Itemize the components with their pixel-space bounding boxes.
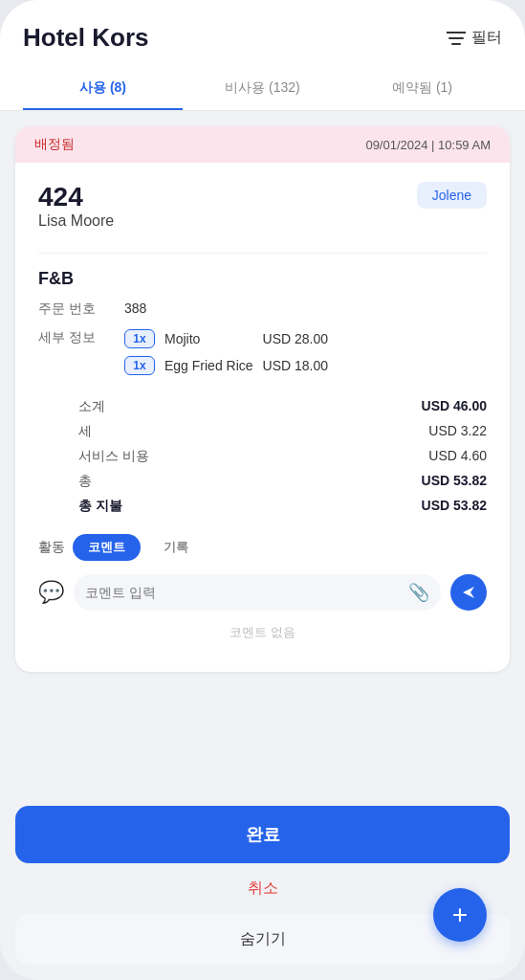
- activity-tab-history[interactable]: 기록: [148, 534, 204, 561]
- card-banner: 배정됨 09/01/2024 | 10:59 AM: [15, 126, 510, 163]
- list-item: 1x Mojito USD 28.00: [124, 329, 328, 348]
- grand-total-label: 총 지불: [38, 498, 122, 515]
- subtotal-label: 소계: [38, 398, 105, 415]
- tax-value: USD 3.22: [428, 423, 487, 440]
- comment-icon: 💬: [38, 580, 64, 605]
- filter-button[interactable]: 필터: [447, 28, 502, 48]
- service-value: USD 4.60: [428, 448, 487, 465]
- tab-used[interactable]: 사용 (8): [23, 68, 183, 110]
- total-row-subtotal: 소계 USD 46.00: [38, 394, 487, 419]
- order-number-value: 388: [124, 301, 146, 316]
- guest-name: Lisa Moore: [38, 212, 114, 230]
- app-title: Hotel Kors: [23, 23, 148, 53]
- tax-label: 세: [38, 423, 92, 440]
- item-name-0: Mojito: [164, 331, 253, 346]
- attach-icon[interactable]: 📎: [408, 582, 429, 603]
- grand-total-value: USD 53.82: [422, 498, 487, 515]
- total-row-grand: 총 지불 USD 53.82: [38, 494, 487, 519]
- cancel-button[interactable]: 취소: [15, 871, 510, 906]
- total-row-total: 총 USD 53.82: [38, 469, 487, 494]
- totals-section: 소계 USD 46.00 세 USD 3.22 서비스 비용 USD 4.60 …: [38, 387, 487, 519]
- total-row-service: 서비스 비용 USD 4.60: [38, 444, 487, 469]
- items-row: 세부 정보 1x Mojito USD 28.00 1x Egg Fried R…: [38, 329, 487, 375]
- item-qty-0: 1x: [124, 329, 155, 348]
- activity-label: 활동: [38, 539, 65, 556]
- divider: [38, 253, 487, 254]
- fab-button[interactable]: +: [433, 888, 487, 942]
- item-qty-1: 1x: [124, 356, 155, 375]
- activity-section: 활동 코멘트 기록 💬 📎: [15, 519, 510, 653]
- service-label: 서비스 비용: [38, 448, 149, 465]
- banner-label: 배정됨: [34, 136, 75, 153]
- items-list: 1x Mojito USD 28.00 1x Egg Fried Rice US…: [124, 329, 328, 375]
- item-price-0: USD 28.00: [263, 331, 328, 346]
- tab-bar: 사용 (8) 비사용 (132) 예약됨 (1): [23, 68, 502, 110]
- filter-icon: [447, 31, 466, 46]
- banner-date: 09/01/2024 | 10:59 AM: [365, 138, 491, 152]
- bottom-actions: 완료 취소 숨기기: [0, 794, 525, 980]
- send-button[interactable]: [450, 574, 487, 611]
- item-name-1: Egg Fried Rice: [164, 358, 253, 373]
- comment-input-row: 💬 📎: [38, 574, 487, 611]
- room-number: 424: [38, 182, 114, 212]
- tab-reserved[interactable]: 예약됨 (1): [342, 68, 502, 110]
- comment-input-wrap: 📎: [74, 574, 441, 611]
- no-comment: 코멘트 없음: [38, 620, 487, 653]
- order-number-row: 주문 번호 388: [38, 301, 487, 318]
- total-label: 총: [38, 473, 92, 490]
- subtotal-value: USD 46.00: [422, 398, 487, 415]
- total-value: USD 53.82: [422, 473, 487, 490]
- filter-label: 필터: [471, 28, 502, 48]
- complete-button[interactable]: 완료: [15, 806, 510, 863]
- detail-label: 세부 정보: [38, 329, 124, 346]
- comment-input[interactable]: [85, 585, 401, 600]
- section-title: F&B: [38, 269, 487, 289]
- tab-unused[interactable]: 비사용 (132): [183, 68, 342, 110]
- total-row-tax: 세 USD 3.22: [38, 419, 487, 444]
- order-card: 배정됨 09/01/2024 | 10:59 AM 424 Lisa Moore…: [15, 126, 510, 672]
- send-icon: [461, 585, 476, 600]
- activity-tab-comment[interactable]: 코멘트: [73, 534, 141, 561]
- item-price-1: USD 18.00: [263, 358, 328, 373]
- order-label: 주문 번호: [38, 301, 124, 318]
- list-item: 1x Egg Fried Rice USD 18.00: [124, 356, 328, 375]
- activity-tabs: 활동 코멘트 기록: [38, 534, 487, 561]
- assignee-badge[interactable]: Jolene: [417, 182, 487, 209]
